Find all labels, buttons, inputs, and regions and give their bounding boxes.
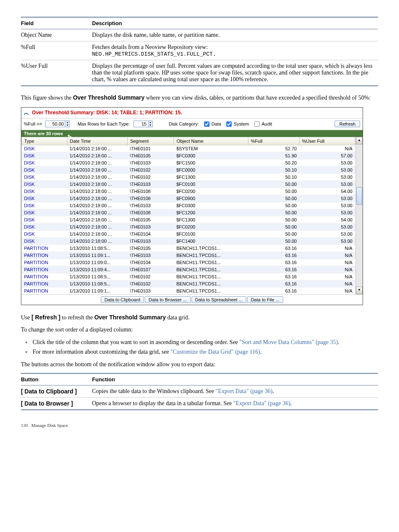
text: Copies the table data to the Windows cli… <box>92 388 215 394</box>
grid-wrapper: Type Date Time Segment Object Name %Full… <box>21 137 363 294</box>
table-row[interactable]: DISK1/14/2010 2:18:00 ...\THE0103$FC1500… <box>22 159 363 166</box>
grid-cell: $FC0200 <box>174 223 248 230</box>
data-to-clipboard-button[interactable]: Data to Clipboard <box>101 296 144 303</box>
vertical-scrollbar[interactable]: ▲ ▼ <box>356 137 363 294</box>
maxrows-label: Max Rows for Each Type: <box>77 121 130 126</box>
table-row[interactable]: DISK1/14/2010 2:18:00 ...\THE0101$SYSTEM… <box>22 145 363 152</box>
table-row[interactable]: DISK1/14/2010 2:18:00 ...\THE0108$FC1200… <box>22 209 363 216</box>
grid-header-datetime[interactable]: Date Time <box>67 137 127 145</box>
table-row[interactable]: DISK1/14/2010 2:18:00 ...\THE0103$FC0200… <box>22 223 363 230</box>
export-data-link[interactable]: "Export Data" (page 36) <box>215 388 272 394</box>
spin-down-icon[interactable]: ▼ <box>65 124 69 127</box>
table-row[interactable]: DISK1/14/2010 2:18:00 ...\THE0102$FC0000… <box>22 166 363 173</box>
grid-cell: N/A <box>299 266 355 273</box>
grid-cell: 50.20 <box>248 159 299 166</box>
table-row[interactable]: PARTITION1/13/2010 11:08:5...\THE0102BEN… <box>22 280 363 287</box>
scroll-up-icon[interactable]: ▲ <box>356 137 363 144</box>
grid-header-type[interactable]: Type <box>22 137 67 145</box>
grid-header-userfull[interactable]: %User Full <box>299 137 355 145</box>
checkbox-system[interactable]: System <box>225 120 249 128</box>
grid-cell: \THE0103 <box>128 287 174 294</box>
grid-cell: N/A <box>299 280 355 287</box>
panel-title: Over Threshold Summary: DISK: 14; TABLE:… <box>32 110 182 116</box>
status-text: There are 30 rows <box>24 131 63 136</box>
grid-cell: \THE0105 <box>128 244 174 252</box>
bullet-list: Click the title of the column that you w… <box>21 338 378 356</box>
table-row[interactable]: PARTITION1/13/2010 11:09:1...\THE0103BEN… <box>22 252 363 259</box>
checkbox-system-input[interactable] <box>226 121 232 127</box>
checkbox-audit-label: Audit <box>262 121 272 126</box>
refresh-paragraph: Use [ Refresh ] to refresh the Over Thre… <box>21 314 378 322</box>
grid-cell: \THE0108 <box>128 209 174 216</box>
table-row[interactable]: PARTITION1/13/2010 11:08:5...\THE0105BEN… <box>22 244 363 252</box>
checkbox-audit[interactable]: Audit <box>253 120 272 128</box>
grid-cell: 1/14/2010 2:18:00 ... <box>67 166 127 173</box>
col-button: Button <box>21 373 92 386</box>
scroll-thumb[interactable] <box>356 187 362 205</box>
grid-cell: DISK <box>22 145 67 152</box>
checkbox-data[interactable]: Data <box>202 120 221 128</box>
grid-cell: 1/14/2010 2:18:00 ... <box>67 237 127 244</box>
grid-cell: 1/14/2010 2:18:00 ... <box>67 209 127 216</box>
table-row[interactable]: DISK1/14/2010 2:18:00 ...\THE0103$FC1400… <box>22 237 363 244</box>
table-row[interactable]: DISK1/14/2010 2:18:00 ...\THE0104$FC0100… <box>22 230 363 237</box>
export-data-link[interactable]: "Export Data" (page 36) <box>233 400 290 406</box>
category-label: Disk Category: <box>169 121 199 126</box>
sort-columns-link[interactable]: "Sort and Move Data Columns" (page 35) <box>240 339 338 345</box>
text: Use <box>21 314 31 321</box>
table-row[interactable]: PARTITION1/13/2010 11:08:5...\THE0102BEN… <box>22 273 363 280</box>
grid-cell: PARTITION <box>22 280 67 287</box>
table-row[interactable]: DISK1/14/2010 2:18:00 ...\THE0103$FC0100… <box>22 180 363 188</box>
table-row[interactable]: DISK1/14/2010 2:18:00 ...\THE0105$FC0300… <box>22 152 363 159</box>
checkbox-data-label: Data <box>212 121 221 126</box>
data-to-file-button[interactable]: Data to File ... <box>247 296 283 303</box>
table-row[interactable]: PARTITION1/13/2010 11:09:4...\THE0107BEN… <box>22 266 363 273</box>
grid-cell: BENCH11.TPCDS1... <box>174 244 248 252</box>
spin-up-icon[interactable]: ▲ <box>148 121 153 124</box>
grid-cell: 50.00 <box>248 209 299 216</box>
customize-grid-link[interactable]: "Customize the Data Grid" (page 116) <box>171 349 260 355</box>
button-function-table: Button Function [ Data to Clipboard ] Co… <box>21 373 378 410</box>
desc-code: NEO.HP_METRICS.DISK_STATS_V1.FULL_PCT. <box>92 51 216 57</box>
grid-cell: 53.00 <box>299 223 355 230</box>
maxrows-input[interactable] <box>134 121 148 127</box>
grid-header-full[interactable]: %Full <box>248 137 299 145</box>
grid-cell: DISK <box>22 195 67 202</box>
chevron-up-icon[interactable]: ︽ <box>24 110 29 116</box>
refresh-inline: [ Refresh ] <box>31 314 60 321</box>
intro-suffix: where you can view disks, tables, or par… <box>145 95 371 101</box>
data-to-browser-button[interactable]: Data to Browser ... <box>145 296 190 303</box>
spin-up-icon[interactable]: ▲ <box>65 121 69 124</box>
intro-paragraph: This figure shows the Over Threshold Sum… <box>21 94 378 102</box>
pctfull-spinner[interactable]: ▲▼ <box>45 121 70 127</box>
grid-cell: 1/13/2010 11:09:4... <box>67 266 127 273</box>
refresh-button[interactable]: Refresh <box>335 121 360 127</box>
col-field: Field <box>21 17 92 29</box>
panel-titlebar: ︽ Over Threshold Summary: DISK: 14; TABL… <box>21 108 363 118</box>
table-row[interactable]: DISK1/14/2010 2:18:00 ...\THE0108$FC0900… <box>22 195 363 202</box>
grid-cell: 1/14/2010 2:18:00 ... <box>67 180 127 188</box>
table-row[interactable]: PARTITION1/13/2010 11:09:1...\THE0103BEN… <box>22 287 363 294</box>
grid-cell: DISK <box>22 237 67 244</box>
table-row[interactable]: DISK1/14/2010 2:18:00 ...\THE0103$FC0300… <box>22 202 363 209</box>
grid-cell: N/A <box>299 145 355 152</box>
grid-cell: 50.10 <box>248 173 299 180</box>
table-row[interactable]: DISK1/14/2010 2:18:00 ...\THE0108$FC0200… <box>22 188 363 195</box>
grid-cell: 1/13/2010 11:09:1... <box>67 287 127 294</box>
grid-cell: 50.00 <box>248 237 299 244</box>
data-to-spreadsheet-button[interactable]: Data to Spreadsheet ... <box>192 296 246 303</box>
spin-down-icon[interactable]: ▼ <box>148 124 153 127</box>
grid-cell: 1/14/2010 2:18:00 ... <box>67 202 127 209</box>
table-row[interactable]: PARTITION1/13/2010 11:09:0...\THE0104BEN… <box>22 259 363 266</box>
grid-header-segment[interactable]: Segment <box>128 137 174 145</box>
checkbox-data-input[interactable] <box>204 121 210 127</box>
desc-cell: Displays the percentage of user full. Pe… <box>92 60 378 86</box>
grid-header-object[interactable]: Object Name <box>174 137 248 145</box>
table-row[interactable]: DISK1/14/2010 2:18:00 ...\THE0102$FC1300… <box>22 173 363 180</box>
checkbox-audit-input[interactable] <box>254 121 260 127</box>
maxrows-spinner[interactable]: ▲▼ <box>133 121 153 127</box>
grid-cell: 50.00 <box>248 188 299 195</box>
table-row[interactable]: DISK1/14/2010 2:18:00 ...\THE0105$FC1300… <box>22 216 363 223</box>
pctfull-input[interactable] <box>46 121 65 127</box>
scroll-down-icon[interactable]: ▼ <box>356 287 363 294</box>
